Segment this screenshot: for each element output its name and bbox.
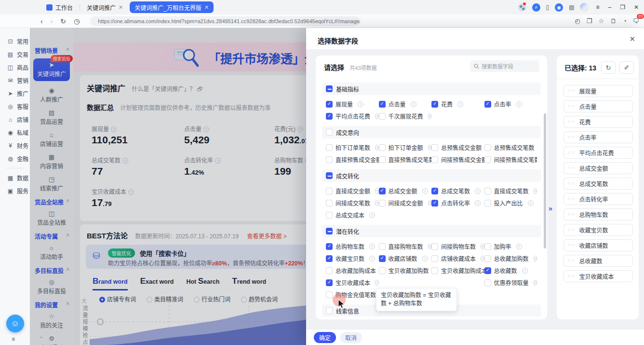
group-checkbox[interactable] xyxy=(326,129,333,136)
selected-field-pill[interactable]: ⁙⁙点击转化率 xyxy=(564,193,633,205)
rail-item-2[interactable]: ▤交易 xyxy=(0,48,30,61)
field-checkbox[interactable] xyxy=(379,113,386,120)
field-checkbox[interactable] xyxy=(431,144,438,151)
drag-handle-icon[interactable]: ⁙⁙ xyxy=(568,182,575,185)
rail-item-8[interactable]: ◉私域 xyxy=(0,126,30,139)
field-item-间接成交金额[interactable]: 间接成交金额 xyxy=(379,197,432,209)
cookie-icon[interactable]: ◔ xyxy=(623,17,627,25)
rail-item-11[interactable]: ▦数据 xyxy=(0,171,30,184)
field-item-直接成交笔数[interactable]: 直接成交笔数 xyxy=(484,185,537,197)
field-checkbox[interactable] xyxy=(326,267,333,274)
field-checkbox[interactable] xyxy=(484,144,491,151)
field-checkbox[interactable] xyxy=(326,279,333,286)
info-icon[interactable] xyxy=(481,244,484,249)
selected-field-pill[interactable]: ⁙⁙总成交金额 xyxy=(564,162,633,174)
drag-handle-icon[interactable]: ⁙⁙ xyxy=(568,244,575,247)
group-checkbox[interactable] xyxy=(326,85,333,92)
field-group-header-成交意向[interactable]: 成交意向 xyxy=(322,126,541,138)
group-checkbox[interactable] xyxy=(326,228,333,235)
selected-field-pill[interactable]: ⁙⁙花费 xyxy=(564,116,633,128)
tab-manager-icon[interactable]: ❐ xyxy=(587,17,592,25)
field-item-拍下订单金额[interactable]: 拍下订单金额 xyxy=(379,141,432,153)
field-checkbox[interactable] xyxy=(379,144,386,151)
field-item-店铺收藏成本[interactable]: 店铺收藏成本 xyxy=(431,252,484,264)
field-item-宝贝收藏加购成本[interactable]: 宝贝收藏加购成本 xyxy=(431,264,484,276)
field-checkbox[interactable] xyxy=(379,267,386,274)
field-item-点击转化率[interactable]: 点击转化率 xyxy=(431,197,484,209)
drag-handle-icon[interactable]: ⁙⁙ xyxy=(568,105,575,108)
selected-field-pill[interactable]: ⁙⁙收藏宝贝数 xyxy=(564,224,633,236)
field-checkbox[interactable] xyxy=(484,156,491,163)
info-icon[interactable] xyxy=(375,145,378,151)
field-item-加购率[interactable]: 加购率 xyxy=(484,240,537,252)
history-icon[interactable]: ◷ xyxy=(74,17,80,25)
selected-field-pill[interactable]: ⁙⁙总成交笔数 xyxy=(564,178,633,190)
drag-handle-icon[interactable]: ⁙⁙ xyxy=(568,151,575,154)
field-group-header-基础指标[interactable]: 基础指标 xyxy=(322,83,541,95)
field-item-优惠券领取量[interactable]: 优惠券领取量 xyxy=(484,276,537,289)
rail-item-3[interactable]: ◫商品 xyxy=(0,61,30,74)
field-item-总成交笔数[interactable]: 总成交笔数 xyxy=(431,185,484,197)
extension-lightning-icon[interactable]: ⚡ xyxy=(532,3,540,12)
field-checkbox[interactable] xyxy=(431,267,438,274)
rail-item-1[interactable]: ⊡常用 xyxy=(0,35,30,48)
field-item-间接预售成交金额[interactable]: 间接预售成交金额 xyxy=(431,153,484,166)
field-item-直接预售成交笔数[interactable]: 直接预售成交笔数 xyxy=(379,153,432,166)
field-item-直接预售成交金额[interactable]: 直接预售成交金额 xyxy=(326,153,379,166)
confirm-button[interactable]: 确定 xyxy=(314,332,336,343)
field-item-总成交金额[interactable]: 总成交金额 xyxy=(379,185,432,197)
field-checkbox[interactable] xyxy=(326,255,333,262)
field-item-总购物车数[interactable]: 总购物车数 xyxy=(326,240,379,252)
info-icon[interactable] xyxy=(522,268,528,274)
selected-field-pill[interactable]: ⁙⁙收藏店铺数 xyxy=(564,239,633,251)
field-checkbox[interactable] xyxy=(326,243,333,250)
field-item-总收藏数[interactable]: 总收藏数 xyxy=(484,264,537,276)
clear-icon[interactable]: ✐ xyxy=(619,61,634,74)
info-icon[interactable] xyxy=(369,212,375,218)
selected-field-pill[interactable]: ⁙⁙点击量 xyxy=(564,100,633,112)
field-item-间接购物车数[interactable]: 间接购物车数 xyxy=(431,240,484,252)
selected-field-pill[interactable]: ⁙⁙展现量 xyxy=(564,85,633,97)
info-icon[interactable] xyxy=(457,101,463,107)
field-checkbox[interactable] xyxy=(484,279,491,286)
field-item-直接购物车数[interactable]: 直接购物车数 xyxy=(379,240,432,252)
info-icon[interactable] xyxy=(375,200,378,206)
modal-close-icon[interactable]: ✕ xyxy=(629,35,635,43)
extension-panda-icon[interactable]: ◉ xyxy=(555,3,563,12)
field-item-投入产出比[interactable]: 投入产出比 xyxy=(484,197,537,209)
rail-item-10[interactable]: ◍金融 xyxy=(0,152,30,165)
browser-tab-2[interactable]: 关键词推广✕ xyxy=(82,1,128,13)
rail-item-7[interactable]: ⌂店铺 xyxy=(0,113,30,126)
tab-close-icon[interactable]: ✕ xyxy=(119,4,123,11)
rail-item-4[interactable]: ✉营销 xyxy=(0,74,30,87)
info-icon[interactable] xyxy=(516,244,522,249)
field-checkbox[interactable] xyxy=(326,101,333,108)
info-icon[interactable] xyxy=(428,145,431,151)
rail-collapse-icon[interactable]: ≡ xyxy=(12,336,15,343)
downloads-icon[interactable]: 🗋 xyxy=(610,17,617,25)
field-checkbox[interactable] xyxy=(326,113,333,120)
info-icon[interactable] xyxy=(369,244,375,249)
field-item-宝贝收藏加购数[interactable]: 宝贝收藏加购数 xyxy=(379,264,432,276)
address-bar[interactable]: https://one.alimama.com/index.html?spm=a… xyxy=(90,16,360,26)
field-checkbox[interactable] xyxy=(484,188,491,194)
info-icon[interactable] xyxy=(475,200,481,206)
field-checkbox[interactable] xyxy=(379,243,386,250)
group-checkbox[interactable] xyxy=(326,307,333,314)
field-item-千次展现花费[interactable]: 千次展现花费 xyxy=(379,110,432,122)
info-icon[interactable] xyxy=(534,256,537,262)
field-item-平均点击花费[interactable]: 平均点击花费 xyxy=(326,110,379,122)
field-checkbox[interactable] xyxy=(431,255,438,262)
field-item-展现量[interactable]: 展现量 xyxy=(326,98,379,110)
minimize-button[interactable]: – xyxy=(606,4,613,11)
drag-handle-icon[interactable]: ⁙⁙ xyxy=(568,166,575,170)
field-checkbox[interactable] xyxy=(431,101,438,108)
field-checkbox[interactable] xyxy=(431,243,438,250)
field-item-总成交成本[interactable]: 总成交成本 xyxy=(326,209,379,221)
info-icon[interactable] xyxy=(422,256,428,262)
rail-item-9[interactable]: ¥财务 xyxy=(0,139,30,152)
field-checkbox[interactable] xyxy=(326,156,333,163)
field-checkbox[interactable] xyxy=(431,200,438,207)
field-checkbox[interactable] xyxy=(379,255,386,262)
group-checkbox[interactable] xyxy=(326,172,333,179)
